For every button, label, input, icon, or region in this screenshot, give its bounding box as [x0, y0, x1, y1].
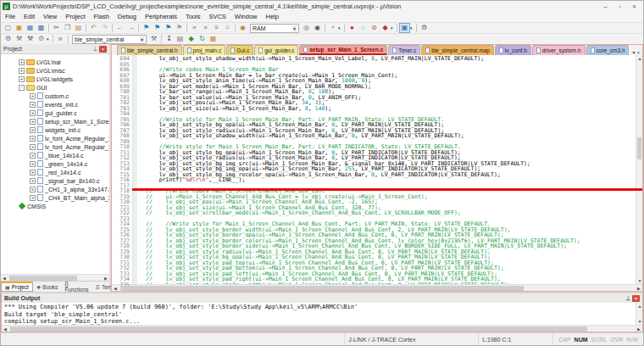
cut-icon[interactable]: ✂ — [51, 23, 62, 33]
scroll-left-icon[interactable]: ◀ — [112, 285, 119, 292]
build-icon[interactable]: ⚒ — [14, 34, 25, 44]
find-combobox[interactable]: RAM▾ — [250, 24, 299, 33]
tree-item--ch4-bt-main-alpha-34x148-c[interactable]: +_CH4_BT_Main_alpha_34x148.c — [1, 193, 109, 202]
expander-icon[interactable]: + — [30, 178, 36, 184]
document-tab-driver-system-h[interactable]: driver_system.h — [532, 45, 586, 55]
chevron-down-icon[interactable]: ▾ — [292, 25, 297, 31]
document-tab-timer-c[interactable]: Timer.c — [388, 45, 420, 55]
tree-item--ch1-3-alpha-33x147-c[interactable]: +_CH1_3_alpha_33x147.c — [1, 185, 109, 193]
flash-download-icon[interactable]: ↧ — [164, 34, 175, 44]
configure-icon[interactable]: ⚙ — [419, 23, 430, 33]
bookmark-clear-icon[interactable]: ⚑ — [174, 23, 185, 33]
expander-icon[interactable]: + — [30, 153, 36, 159]
tab-close-icon[interactable]: × — [636, 50, 640, 55]
disable-all-breakpoints-icon[interactable]: ⊘ — [369, 23, 380, 33]
stop-build-icon[interactable]: ■ — [55, 34, 66, 44]
menu-item-svcs[interactable]: SVCS — [204, 12, 230, 22]
tree-item-lv-font-acme-regular-10-c[interactable]: +lv_font_Acme_Regular_10.c — [1, 134, 109, 142]
document-tab-core-cm3-h[interactable]: core_cm3.h — [586, 45, 630, 55]
update-icon[interactable]: ↻ — [197, 34, 208, 44]
expander-icon[interactable]: + — [30, 127, 36, 133]
editor-hscrollbar[interactable]: ◀ ▶ — [112, 284, 642, 291]
debug-windows-icon[interactable]: ▣ — [399, 23, 410, 33]
tree-item-setup-scr-main-1-screen-c[interactable]: +setup_scr_Main_1_Screen.c — [1, 117, 109, 126]
menu-item-window[interactable]: Window — [230, 12, 262, 22]
menu-item-debug[interactable]: Debug — [114, 12, 141, 22]
expander-icon[interactable]: + — [19, 68, 25, 74]
tree-item-gui-guider-c[interactable]: +gui_guider.c — [1, 109, 109, 117]
rebuild-icon[interactable]: ⚒ — [25, 34, 36, 44]
target-select-combobox[interactable]: ble_simple_central▾ — [72, 35, 147, 44]
nav-back-icon[interactable]: ← — [114, 23, 125, 33]
copy-icon[interactable]: ❐ — [62, 23, 73, 33]
batch-build-icon[interactable]: ⚙ — [36, 34, 47, 44]
pin-icon[interactable]: ⊥ — [624, 295, 632, 302]
expander-icon[interactable]: + — [30, 102, 36, 108]
debug-session-icon[interactable]: ◔ — [327, 23, 338, 33]
scroll-left-icon[interactable]: ◀ — [2, 326, 8, 332]
expander-icon[interactable]: + — [30, 136, 36, 142]
chevron-down-icon[interactable]: ▾ — [410, 25, 414, 31]
expander-icon[interactable]: + — [30, 110, 36, 116]
tree-item-gui[interactable]: -GUI — [1, 83, 109, 92]
tree-item--blue-14x14-c[interactable]: +_blue_14x14.c — [1, 151, 109, 159]
expander-icon[interactable]: + — [30, 144, 36, 150]
undo-icon[interactable]: ↶ — [88, 23, 99, 33]
expander-icon[interactable]: - — [19, 85, 25, 91]
code-text[interactable]: lv_obj_set_style_shadow_width(ui->Main_1… — [137, 55, 636, 284]
document-tab-gui-guider-c[interactable]: gui_guider.c — [254, 45, 298, 55]
menu-item-flash[interactable]: Flash — [90, 12, 114, 22]
kill-all-breakpoints-icon[interactable]: ◆ — [380, 23, 391, 33]
scroll-up-icon[interactable]: ▲ — [636, 303, 643, 310]
document-tab-gui-c[interactable]: Gui.c — [226, 45, 253, 55]
save-icon[interactable]: ▦ — [25, 23, 36, 33]
tree-item-lv-font-acme-regular-16-c[interactable]: +lv_font_Acme_Regular_16.c — [1, 142, 109, 151]
tree-item-lvgl-widgets[interactable]: +LVGL\widgets — [1, 75, 109, 83]
maximize-button[interactable]: ▫ — [613, 2, 627, 11]
incremental-find-icon[interactable]: ◉ — [312, 23, 323, 33]
editor-vscrollbar[interactable]: ▲ ▼ — [636, 55, 642, 284]
uncomment-selection-icon[interactable]: ≡ — [222, 23, 233, 33]
menu-item-tools[interactable]: Tools — [181, 12, 205, 22]
outdent-icon[interactable]: « — [189, 23, 200, 33]
find-in-files-icon[interactable]: ◉ — [237, 23, 248, 33]
expander-icon[interactable]: + — [30, 161, 36, 167]
tree-item-events-init-c[interactable]: +events_init.c — [1, 100, 109, 109]
scroll-right-icon[interactable]: ▶ — [636, 326, 642, 332]
expander-icon[interactable]: + — [19, 76, 25, 82]
build-output-vscrollbar[interactable]: ▲ ▼ — [636, 303, 642, 325]
tree-item-lvgl-hal[interactable]: +LVGL\hal — [1, 58, 109, 66]
build-output-close-icon[interactable]: × — [632, 295, 640, 302]
scroll-down-icon[interactable]: ▼ — [636, 318, 643, 325]
tab-list-icon[interactable]: ▾ — [632, 49, 635, 55]
document-tab-lv-conf-h[interactable]: lv_conf.h — [495, 45, 531, 55]
document-tab-ble-simple-central-map[interactable]: ble_simple_central.map — [421, 45, 494, 55]
workspace-tab-project[interactable]: ▤Project — [1, 282, 33, 292]
menu-item-edit[interactable]: Edit — [19, 12, 39, 22]
document-tab-setup-scr-main-1-screen-c[interactable]: setup_scr_Main_1_Screen.c — [299, 45, 387, 55]
save-all-icon[interactable]: ▩ — [36, 23, 47, 33]
new-file-icon[interactable]: ▢ — [3, 23, 14, 33]
close-button[interactable]: × — [627, 2, 641, 11]
tree-item-custom-c[interactable]: +custom.c — [1, 92, 109, 100]
find-icon[interactable]: ◎ — [301, 23, 312, 33]
chevron-down-icon[interactable]: ▾ — [391, 25, 395, 31]
document-tab-proj-main-c[interactable]: proj_main.c — [183, 45, 226, 55]
tree-item-lvgl-misc[interactable]: +LVGL\misc — [1, 66, 109, 75]
bookmark-next-icon[interactable]: ⚑ — [163, 23, 174, 33]
tree-item--signal-bar-8x140-c[interactable]: +_signal_bar_8x140.c — [1, 176, 109, 185]
menu-item-help[interactable]: Help — [262, 12, 283, 22]
project-tree-hscrollbar[interactable]: ◀ ▶ — [1, 274, 109, 281]
menu-item-file[interactable]: File — [1, 12, 19, 22]
menu-item-peripherals[interactable]: Peripherals — [141, 12, 181, 22]
workspace-tab--functions[interactable]: {} Functions — [61, 282, 92, 292]
expander-icon[interactable]: + — [30, 93, 36, 99]
tree-item--green-14x14-c[interactable]: +_green_14x14.c — [1, 159, 109, 168]
project-close-icon[interactable]: × — [99, 46, 107, 53]
scroll-down-icon[interactable]: ▼ — [636, 277, 643, 284]
code-editor[interactable]: 694 695 696 697 698 699 700 701 702 703 … — [112, 55, 642, 284]
insert-breakpoint-icon[interactable]: ● — [347, 23, 358, 33]
build-output-log[interactable]: *** Using Compiler 'V5.06 update 7 (buil… — [2, 303, 636, 325]
expander-icon[interactable]: + — [30, 187, 36, 193]
indent-icon[interactable]: » — [200, 23, 211, 33]
